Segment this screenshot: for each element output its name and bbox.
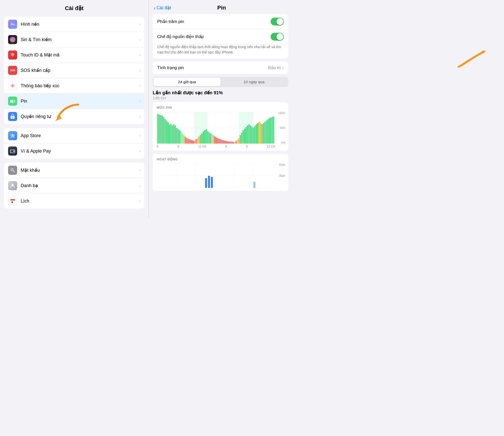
svg-rect-53 [173,124,174,144]
sos-chevron: › [139,68,140,73]
battery-chart-container: 100% 50% 0% [157,111,284,144]
svg-rect-85 [220,139,221,143]
svg-rect-56 [177,129,179,144]
svg-rect-95 [235,141,237,144]
x-axis-labels: 6 9 12 SA 6 9 12 CH [157,144,275,148]
svg-rect-75 [206,129,207,144]
svg-rect-89 [226,141,227,144]
svg-rect-83 [217,138,218,143]
activity-chart-container: 60ph 30ph 0 [157,163,284,188]
svg-rect-13 [11,101,13,102]
svg-rect-52 [172,125,173,143]
svg-rect-51 [170,124,172,144]
battery-info: Lần gần nhất được sạc đến 91% 1:05 CH [153,90,288,100]
sidebar-item-battery[interactable]: Pin › [4,94,144,109]
svg-rect-47 [165,119,166,144]
svg-rect-96 [237,140,238,143]
appstore-icon [8,131,17,140]
svg-rect-43 [159,114,160,143]
svg-rect-46 [163,117,164,144]
svg-rect-107 [253,128,254,143]
svg-rect-72 [201,133,202,143]
sidebar-item-wallpaper[interactable]: Hình nền › [4,17,144,32]
svg-rect-63 [188,139,189,143]
sos-label: SOS khẩn cấp [21,68,139,73]
svg-rect-118 [269,118,270,144]
right-panel: ‹ Cài đặt Pin Phần trăm pin Chế độ nguồn… [149,0,292,218]
contacts-chevron: › [139,183,140,188]
calendar-label: Lịch [21,198,139,204]
wallet-label: Ví & Apple Pay [21,149,139,154]
svg-rect-42 [157,114,159,143]
battery-status-right[interactable]: Bảo trì › [268,65,284,70]
svg-rect-58 [180,131,182,143]
svg-rect-80 [213,135,214,144]
svg-point-7 [12,84,13,84]
x-label-6a: 6 [157,145,159,148]
svg-rect-111 [259,122,260,143]
svg-rect-45 [162,116,163,143]
sidebar-item-touchid[interactable]: Touch ID & Mật mã › [4,47,144,63]
sidebar-item-appstore[interactable]: App Store › [4,128,144,143]
calendar-chevron: › [139,199,140,203]
settings-group-1: Hình nền › Siri & Tìm kiếm › [4,17,144,124]
svg-rect-86 [222,140,223,143]
svg-rect-119 [270,118,271,144]
x-label-9p: 9 [246,145,248,148]
sidebar-item-siri[interactable]: Siri & Tìm kiếm › [4,32,144,47]
sidebar-item-passwords[interactable]: Mật khẩu › [4,163,144,178]
wallet-chevron: › [139,149,140,153]
svg-rect-78 [210,133,211,143]
svg-point-25 [12,184,14,186]
sidebar-item-wallet[interactable]: Ví & Apple Pay › [4,143,144,159]
svg-rect-74 [204,130,205,144]
contact-chevron: › [139,83,140,88]
tab-24h[interactable]: 24 giờ qua [153,78,220,86]
svg-rect-50 [169,125,170,144]
svg-text:⚡: ⚡ [196,141,199,144]
svg-rect-62 [186,138,187,143]
svg-rect-121 [273,117,274,143]
battery-status-row: Tình trạng pin Bảo trì › [153,62,288,74]
svg-line-23 [13,171,15,172]
battery-label: Pin [21,99,139,104]
sidebar-item-contacts[interactable]: Danh bạ › [4,178,144,193]
battery-status-chevron: › [282,65,284,70]
svg-rect-64 [189,139,191,143]
activity-y-60: 60ph [279,163,285,166]
passwords-icon [8,166,17,175]
tab-10d[interactable]: 10 ngày qua [220,78,288,86]
svg-rect-97 [238,138,239,143]
battery-chart-section: MỨC PIN 100% 50% 0% [153,102,288,151]
svg-rect-60 [183,135,185,144]
svg-rect-71 [200,135,201,144]
svg-rect-120 [272,117,273,144]
activity-chart-svg [157,163,275,188]
svg-rect-103 [247,125,248,143]
battery-charge-title: Lần gần nhất được sạc đến 91% [153,90,288,96]
svg-rect-61 [185,137,186,143]
svg-rect-134 [211,177,213,188]
svg-rect-54 [175,125,176,143]
sidebar-item-calendar[interactable]: ▦ Lịch › [4,193,144,209]
sidebar-item-contact[interactable]: Thông báo tiếp xúc › [4,78,144,94]
contacts-icon [8,181,17,190]
svg-rect-135 [254,182,256,188]
battery-chart-label: MỨC PIN [157,106,284,109]
svg-text:▦: ▦ [11,201,13,203]
back-button[interactable]: ‹ Cài đặt [154,5,171,11]
percent-toggle[interactable] [271,18,284,25]
privacy-icon [8,112,17,121]
back-label: Cài đặt [156,5,171,11]
lowpower-toggle[interactable] [271,33,284,41]
sidebar-item-privacy[interactable]: Quyền riêng tư › [4,109,144,124]
percent-toggle-knob [276,18,283,25]
right-content: Phần trăm pin Chế độ nguồn điện thấp Chế… [149,14,292,218]
svg-rect-93 [232,142,233,144]
touchid-label: Touch ID & Mật mã [21,52,139,58]
y-label-50: 50% [278,126,285,129]
x-label-6p: 6 [225,145,227,148]
sidebar-item-sos[interactable]: SOS SOS khẩn cấp › [4,63,144,78]
percent-toggle-row: Phần trăm pin [153,14,288,29]
y-label-100: 100% [278,111,285,114]
